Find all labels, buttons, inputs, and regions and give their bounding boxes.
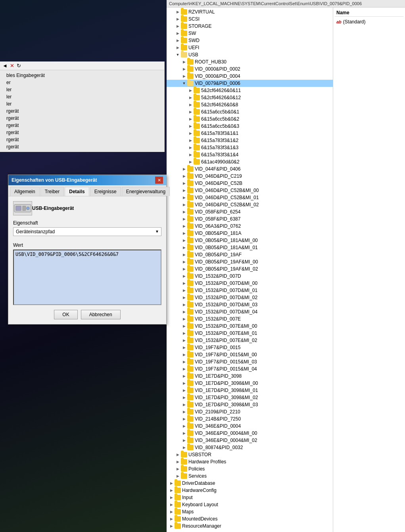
tree-item[interactable]: ▶Hardware Profiles [167, 458, 333, 465]
back-icon[interactable]: ◄ [2, 63, 8, 69]
tree-item[interactable]: ▶VID_0B05&PID_181A&MI_01 [167, 244, 333, 251]
tree-item[interactable]: ▶VID_046D&PID_C52B [167, 180, 333, 187]
tree-item[interactable]: ▶VID_1532&PID_007D [167, 273, 333, 280]
tree-item[interactable]: ▶6&15a783f3&1&2 [167, 137, 333, 144]
list-item[interactable]: ler [3, 86, 161, 93]
tree-item[interactable]: ▶VID_1E7D&PID_3098&MI_00 [167, 380, 333, 387]
tree-item[interactable]: ▶5&2cf64626&0&11 [167, 87, 333, 94]
tree-item[interactable]: ▶VID_1532&PID_007D&MI_02 [167, 294, 333, 301]
tree-item[interactable]: ▶VID_046D&PID_C219 [167, 173, 333, 180]
tree-item[interactable]: ▶VID_0B05&PID_181A [167, 230, 333, 237]
tree-item[interactable]: ▶VID_1532&PID_007D&MI_04 [167, 308, 333, 315]
list-item[interactable]: bles Eingabegerät [3, 72, 161, 79]
tree-item[interactable]: ▼VID_0079&PID_0006 [167, 80, 333, 87]
tree-item[interactable]: ▶VID_1532&PID_007E&MI_02 [167, 337, 333, 344]
close-icon[interactable]: ✕ [10, 63, 14, 69]
tree-item[interactable]: ▶Policies [167, 465, 333, 472]
tree-item[interactable]: ▶VID_1532&PID_007D&MI_03 [167, 301, 333, 308]
cancel-button[interactable]: Abbrechen [81, 310, 121, 319]
tree-item[interactable]: ▶VID_346E&PID_0004&MI_02 [167, 437, 333, 444]
list-item[interactable]: rgerät [3, 136, 161, 143]
tree-item[interactable]: ▶VID_1E7D&PID_3098&MI_01 [167, 387, 333, 394]
wert-textarea[interactable] [13, 250, 161, 305]
list-item[interactable]: er [3, 79, 161, 86]
ok-button[interactable]: OK [54, 310, 77, 319]
list-item[interactable]: rgerät [3, 108, 161, 115]
tree-item[interactable]: ▶VID_044F&PID_0406 [167, 165, 333, 173]
tree-item[interactable]: ▶VID_058F&PID_6254 [167, 208, 333, 215]
tree-item[interactable]: ▶SWD [167, 37, 333, 44]
tree-item[interactable]: ▶STORAGE [167, 23, 333, 30]
tree-item[interactable]: ▶VID_0B05&PID_19AF&MI_00 [167, 258, 333, 265]
tab-details[interactable]: Details [65, 187, 89, 196]
tree-item[interactable]: ▶VID_19F7&PID_0015&MI_00 [167, 351, 333, 358]
tree-item[interactable]: ▶UEFI [167, 44, 333, 51]
tree-item[interactable]: ▶Input [167, 494, 333, 501]
tree-item[interactable]: ▶VID_0B05&PID_19AF&MI_02 [167, 265, 333, 273]
list-item[interactable]: rgerät [3, 143, 161, 150]
tree-item[interactable]: ▶VID_1E7D&PID_3098&MI_03 [167, 401, 333, 408]
tree-item[interactable]: ▶6&15a6cc5b&0&3 [167, 123, 333, 130]
folder-icon [187, 288, 194, 293]
tree-item[interactable]: ▶VID_346E&PID_0004&MI_00 [167, 430, 333, 437]
list-item[interactable]: ler [3, 93, 161, 100]
tab-allgemein[interactable]: Allgemein [10, 187, 40, 196]
list-item[interactable]: rgerät [3, 129, 161, 136]
dialog-close-button[interactable]: ✕ [155, 177, 163, 184]
tree-item[interactable]: ▶VID_1E7D&PID_3098 [167, 373, 333, 380]
tree-item[interactable]: ▶ResourceManager [167, 522, 333, 530]
tab-treiber[interactable]: Treiber [40, 187, 64, 196]
tab-energieverwaltung[interactable]: Energieverwaltung [122, 187, 170, 196]
list-item[interactable]: ler [3, 100, 161, 108]
tree-item[interactable]: ▶VID_1532&PID_007E [167, 315, 333, 323]
tree-item[interactable]: ▶DriverDatabase [167, 480, 333, 487]
list-item[interactable]: rgerät [3, 115, 161, 122]
tree-item[interactable]: ▶VID_80874&PID_0032 [167, 444, 333, 451]
tree-item[interactable]: ▶ROOT_HUB30 [167, 58, 333, 65]
tree-item[interactable]: ▶VID_0000&PID_0002 [167, 65, 333, 73]
tree-item[interactable]: ▶VID_046D&PID_C52B&MI_01 [167, 194, 333, 201]
tree-item[interactable]: ▶VID_0B05&PID_19AF [167, 251, 333, 258]
tree-item[interactable]: ▶VID_19F7&PID_0015 [167, 344, 333, 351]
tree-item[interactable]: ▶SW [167, 30, 333, 37]
tree-item[interactable]: ▶SCSI [167, 15, 333, 23]
list-item[interactable]: rgerät [3, 122, 161, 129]
registry-tree[interactable]: ▶RZVIRTUAL▶SCSI▶STORAGE▶SW▶SWD▶UEFI▼USB▶… [167, 8, 333, 532]
tree-item[interactable]: ▼USB [167, 51, 333, 58]
eigenschaft-dropdown[interactable]: Geräteinstanzpfad [13, 227, 161, 236]
tree-item[interactable]: ▶5&2cf64626&0&8 [167, 101, 333, 108]
tree-item[interactable]: ▶VID_0000&PID_0004 [167, 73, 333, 80]
tree-item[interactable]: ▶VID_2109&PID_2210 [167, 408, 333, 415]
tree-item[interactable]: ▶6&15a6cc5b&0&1 [167, 108, 333, 115]
tree-item[interactable]: ▶VID_1532&PID_007E&MI_01 [167, 330, 333, 337]
tree-item[interactable]: ▶6&1ac4990d&0&2 [167, 158, 333, 165]
tree-item[interactable]: ▶VID_046D&PID_C52B&MI_02 [167, 201, 333, 208]
tree-item[interactable]: ▶6&15a6cc5b&0&2 [167, 115, 333, 123]
tree-item[interactable]: ▶Keyboard Layout [167, 501, 333, 508]
tree-item[interactable]: ▶VID_1532&PID_007E&MI_00 [167, 323, 333, 330]
tree-item[interactable]: ▶VID_046D&PID_C52B&MI_00 [167, 187, 333, 194]
tree-item[interactable]: ▶VID_1532&PID_007D&MI_00 [167, 280, 333, 287]
tree-item[interactable]: ▶6&15a783f3&1&3 [167, 144, 333, 151]
tree-item[interactable]: ▶6&15a783f3&1&1 [167, 130, 333, 137]
tree-item[interactable]: ▶VID_058F&PID_6387 [167, 215, 333, 223]
tree-item[interactable]: ▶6&15a783f3&1&4 [167, 151, 333, 158]
expand-icon: ▶ [187, 123, 194, 129]
tree-item[interactable]: ▶VID_19F7&PID_0015&MI_04 [167, 365, 333, 373]
tree-item[interactable]: ▶Maps [167, 508, 333, 515]
tree-item[interactable]: ▶HardwareConfig [167, 487, 333, 494]
tab-ereignisse[interactable]: Ereignisse [90, 187, 121, 196]
tree-item[interactable]: ▶VID_214B&PID_7250 [167, 415, 333, 423]
tree-item[interactable]: ▶USBSTOR [167, 451, 333, 458]
refresh-icon[interactable]: ↻ [17, 63, 21, 69]
tree-item[interactable]: ▶Services [167, 472, 333, 480]
tree-item[interactable]: ▶VID_06A3&PID_0762 [167, 223, 333, 230]
tree-item[interactable]: ▶5&2cf64626&0&12 [167, 94, 333, 101]
tree-item[interactable]: ▶VID_19F7&PID_0015&MI_03 [167, 358, 333, 365]
tree-item[interactable]: ▶VID_1532&PID_007D&MI_01 [167, 287, 333, 294]
tree-item[interactable]: ▶MountedDevices [167, 515, 333, 522]
tree-item[interactable]: ▶VID_0B05&PID_181A&MI_00 [167, 237, 333, 244]
tree-item[interactable]: ▶RZVIRTUAL [167, 8, 333, 15]
tree-item[interactable]: ▶VID_1E7D&PID_3098&MI_02 [167, 394, 333, 401]
tree-item[interactable]: ▶VID_346E&PID_0004 [167, 423, 333, 430]
